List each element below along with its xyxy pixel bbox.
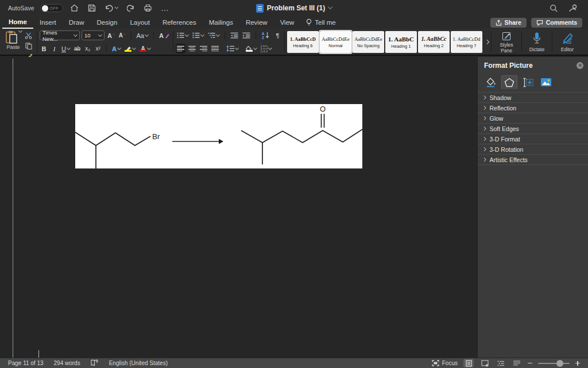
tab-insert[interactable]: Insert [33, 16, 63, 29]
print-icon[interactable] [142, 2, 154, 14]
profile-icon[interactable] [567, 2, 579, 14]
toggle-knob [42, 5, 48, 12]
section-reflection[interactable]: Reflection [478, 103, 588, 113]
microphone-icon [532, 32, 541, 45]
expand-chevron-icon [482, 147, 486, 151]
cut-icon[interactable] [25, 31, 33, 41]
comments-button[interactable]: Comments [531, 18, 582, 28]
undo-icon[interactable] [103, 2, 119, 14]
section-soft-edges[interactable]: Soft Edges [478, 124, 588, 134]
reaction-scheme-image[interactable]: Br O [75, 104, 362, 168]
subscript-button[interactable]: x₂ [83, 44, 92, 53]
document-canvas[interactable]: Br O [0, 57, 477, 358]
effects-tab[interactable] [501, 75, 517, 89]
section-shadow[interactable]: Shadow [478, 93, 588, 103]
fill-line-tab[interactable] [483, 75, 499, 89]
tab-review[interactable]: Review [239, 16, 274, 29]
bold-button[interactable]: B [40, 44, 48, 53]
reaction-arrow [172, 139, 223, 144]
style-card-heading1[interactable]: 1. AaBbC Heading 1 [385, 31, 417, 53]
more-commands-icon[interactable]: … [160, 2, 171, 14]
redo-icon[interactable] [125, 2, 137, 14]
shrink-font-button[interactable]: Aˇ [118, 30, 127, 40]
web-layout-view-button[interactable] [479, 359, 490, 367]
focus-button[interactable]: Focus [432, 360, 458, 366]
tab-references[interactable]: References [156, 16, 203, 29]
paste-button[interactable]: Paste [3, 30, 23, 53]
section-artistic-effects[interactable]: Artistic Effects [478, 155, 588, 165]
toggle-state-label: OFF [50, 6, 59, 10]
font-size-select[interactable]: 10 [82, 30, 105, 40]
search-icon[interactable] [548, 2, 559, 14]
italic-button[interactable]: I [50, 44, 59, 53]
clear-formatting-button[interactable]: A [158, 30, 171, 40]
zoom-out-button[interactable] [528, 363, 532, 364]
section-glow[interactable]: Glow [478, 113, 588, 124]
styles-pane-icon [500, 32, 513, 41]
ribbon-tab-row: Home Insert Draw Design Layout Reference… [0, 16, 588, 29]
section-3d-format[interactable]: 3-D Format [478, 134, 588, 144]
tab-design[interactable]: Design [91, 16, 124, 29]
proofing-icon[interactable] [91, 359, 99, 367]
justify-button[interactable] [210, 44, 220, 53]
copy-icon[interactable] [25, 41, 32, 52]
align-left-button[interactable] [176, 44, 185, 53]
numbering-button[interactable] [191, 30, 205, 40]
pilcrow-button[interactable]: ¶ [273, 30, 282, 40]
word-count[interactable]: 294 words [54, 360, 80, 366]
style-card-heading7[interactable]: 1. AaBbCcDd Heading 7 [451, 31, 482, 53]
style-card-heading2[interactable]: 1. AaBbCc Heading 2 [418, 31, 450, 53]
picture-tab[interactable] [538, 75, 554, 89]
dictate-button[interactable]: Dictate [524, 30, 550, 53]
layout-properties-tab[interactable] [520, 75, 536, 89]
align-right-button[interactable] [199, 44, 208, 53]
text-effects-button[interactable]: A [111, 44, 122, 53]
align-center-button[interactable] [187, 44, 197, 53]
share-button[interactable]: Share [490, 18, 527, 28]
home-icon[interactable] [69, 2, 80, 14]
style-card-heading6[interactable]: 1. AaBbCcD Heading 6 [287, 31, 319, 53]
change-case-button[interactable]: Aa [136, 30, 149, 40]
highlight-button[interactable] [123, 44, 137, 53]
borders-button[interactable] [260, 44, 273, 53]
font-name-select[interactable]: Times New... [40, 30, 80, 40]
print-layout-view-button[interactable] [463, 359, 474, 367]
bullets-button[interactable] [176, 30, 189, 40]
style-card-no-spacing[interactable]: AaBbCcDdEe No Spacing [353, 31, 384, 53]
line-spacing-button[interactable] [225, 44, 239, 53]
language-indicator[interactable]: English (United States) [109, 360, 168, 366]
zoom-slider-thumb[interactable] [556, 360, 563, 367]
draft-view-button[interactable] [512, 359, 522, 367]
paste-chevron-icon[interactable] [18, 29, 22, 33]
title-chevron-icon[interactable] [328, 5, 332, 9]
superscript-button[interactable]: x² [94, 44, 102, 53]
tab-mailings[interactable]: Mailings [203, 16, 239, 29]
section-3d-rotation[interactable]: 3-D Rotation [478, 144, 588, 155]
font-color-button[interactable]: A [138, 44, 152, 53]
shading-button[interactable] [245, 44, 258, 53]
tab-view[interactable]: View [274, 16, 301, 29]
autosave-toggle[interactable]: OFF [40, 4, 63, 12]
underline-button[interactable]: U [60, 44, 71, 53]
multilevel-list-button[interactable] [207, 30, 220, 40]
style-card-normal[interactable]: AaBbCcDdEe Normal [320, 31, 351, 53]
outline-view-button[interactable] [496, 359, 506, 367]
sort-button[interactable]: A Z [260, 30, 272, 40]
styles-pane-button[interactable]: Styles Pane [494, 30, 519, 53]
zoom-slider[interactable] [538, 363, 570, 364]
editor-button[interactable]: Editor [555, 30, 580, 53]
decrease-indent-button[interactable] [229, 30, 239, 40]
tab-home[interactable]: Home [2, 16, 33, 29]
strikethrough-button[interactable]: ab [73, 44, 82, 53]
zoom-in-button[interactable] [575, 361, 580, 366]
styles-gallery-more-icon[interactable] [485, 40, 489, 44]
increase-indent-button[interactable] [241, 30, 252, 40]
grow-font-button[interactable]: Aˆ [106, 30, 116, 40]
tab-draw[interactable]: Draw [63, 16, 91, 29]
page-indicator[interactable]: Page 11 of 13 [8, 360, 44, 366]
tab-layout[interactable]: Layout [123, 16, 156, 29]
save-icon[interactable] [86, 2, 98, 14]
document-title[interactable]: Problem Set III (1) [267, 4, 325, 12]
tell-me-control[interactable]: Tell me [300, 18, 341, 26]
panel-close-icon[interactable] [577, 62, 583, 69]
